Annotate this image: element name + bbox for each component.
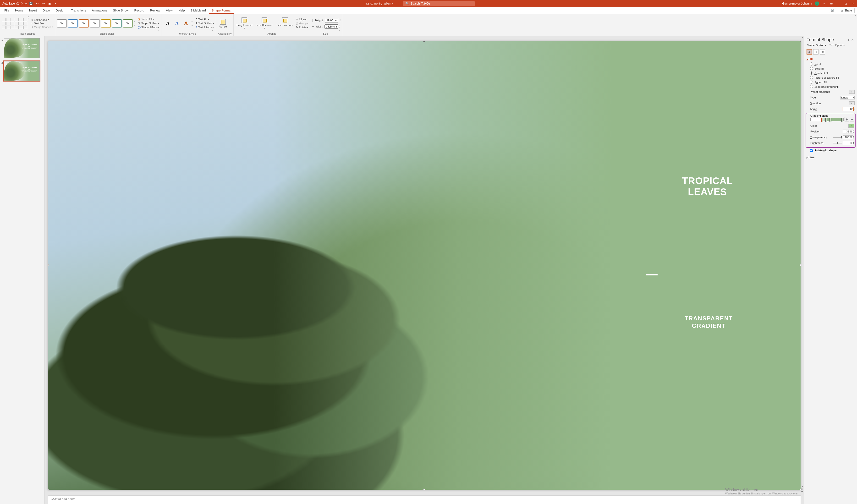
- text-effects-button[interactable]: 𝔸 Text Effects ▾: [196, 26, 214, 29]
- style-thumb[interactable]: Abc: [112, 19, 122, 28]
- tab-help[interactable]: Help: [175, 7, 188, 14]
- avatar[interactable]: GJ: [815, 1, 819, 6]
- bring-forward-button[interactable]: Bring Forward▾: [236, 17, 253, 30]
- tab-view[interactable]: View: [163, 7, 175, 14]
- send-backward-button[interactable]: Send Backward▾: [255, 17, 274, 30]
- style-thumb[interactable]: Abc: [57, 19, 67, 28]
- comments-button[interactable]: 💬: [829, 8, 836, 13]
- tab-text-options[interactable]: Text Options: [829, 44, 844, 47]
- redo-icon[interactable]: ↷: [41, 2, 46, 5]
- qat-more-icon[interactable]: ▾: [54, 2, 58, 5]
- thumbnail-pane[interactable]: 1 TROPICAL LEAVES—TRANSPARENT GRADIENT 2…: [0, 36, 45, 504]
- dialog-launcher-icon[interactable]: ↘: [212, 29, 214, 35]
- ribbon-mode-icon[interactable]: ▭: [829, 2, 834, 5]
- autosave-toggle[interactable]: AutoSave Off: [2, 2, 27, 5]
- rotate-button[interactable]: ↻ Rotate ▾: [296, 26, 308, 29]
- remove-gradient-stop-button[interactable]: ➖: [850, 117, 854, 121]
- brightness-slider[interactable]: [833, 143, 842, 144]
- position-input[interactable]: 35 %: [843, 130, 853, 133]
- scroll-up-icon[interactable]: ▴: [802, 36, 803, 38]
- brightness-input[interactable]: 0 %: [843, 141, 853, 145]
- gradient-stop[interactable]: [829, 118, 831, 122]
- document-filename[interactable]: transparent-gradient ▾: [365, 2, 393, 5]
- style-thumb[interactable]: Abc: [90, 19, 100, 28]
- shape-fill-button[interactable]: ◪ Shape Fill ▾: [138, 18, 159, 21]
- tab-slidelizard[interactable]: SlideLizard: [188, 7, 209, 14]
- close-icon[interactable]: ✕: [851, 2, 855, 5]
- radio-pattern-fill[interactable]: Pattern fill: [807, 80, 855, 84]
- style-thumb[interactable]: Abc: [101, 19, 111, 28]
- tab-animations[interactable]: Animations: [89, 7, 110, 14]
- tab-design[interactable]: Design: [53, 7, 68, 14]
- prev-slide-icon[interactable]: ⏮: [801, 488, 803, 490]
- angle-input[interactable]: 0°: [842, 107, 854, 111]
- tab-home[interactable]: Home: [12, 7, 26, 14]
- tab-review[interactable]: Review: [147, 7, 163, 14]
- present-icon[interactable]: ▣: [48, 2, 52, 5]
- wordart-gallery[interactable]: A A A: [163, 19, 190, 28]
- wordart-thumb[interactable]: A: [172, 19, 182, 28]
- notes-pane[interactable]: Click to add notes: [48, 495, 801, 504]
- slide-thumbnail[interactable]: 1 TROPICAL LEAVES—TRANSPARENT GRADIENT: [1, 38, 43, 58]
- wordart-thumb[interactable]: A: [182, 19, 190, 28]
- width-input[interactable]: [324, 24, 338, 29]
- dialog-launcher-icon[interactable]: ↘: [157, 29, 159, 35]
- vertical-scrollbar[interactable]: ▴▾⏮⏭: [801, 36, 804, 492]
- save-icon[interactable]: 💾: [29, 2, 33, 5]
- minimize-icon[interactable]: —: [837, 2, 841, 5]
- tab-slideshow[interactable]: Slide Show: [110, 7, 131, 14]
- text-fill-button[interactable]: A Text Fill ▾: [196, 18, 214, 21]
- edit-shape-button[interactable]: ◷Edit Shape ▾: [31, 18, 53, 21]
- maximize-icon[interactable]: ☐: [844, 2, 848, 5]
- resize-handle[interactable]: [423, 489, 425, 490]
- spinner-icon[interactable]: ▴▾: [339, 25, 340, 28]
- gradient-stop[interactable]: [821, 118, 823, 122]
- tab-transitions[interactable]: Transitions: [68, 7, 89, 14]
- pane-close-icon[interactable]: ✕: [850, 38, 855, 42]
- shape-effects-button[interactable]: ◯ Shape Effects ▾: [138, 26, 159, 29]
- effects-tab-icon[interactable]: ⬠: [813, 49, 819, 54]
- spinner-icon[interactable]: ▴▾: [853, 130, 854, 133]
- group-button[interactable]: ⿻ Group ▾: [296, 22, 308, 25]
- tab-file[interactable]: File: [1, 7, 12, 14]
- tab-shape-format[interactable]: Shape Format: [209, 7, 234, 14]
- slide-thumbnail[interactable]: 2 TROPICAL LEAVES—TRANSPARENT GRADIENT: [1, 61, 43, 81]
- text-outline-button[interactable]: A̲ Text Outline ▾: [196, 22, 214, 25]
- next-slide-icon[interactable]: ⏭: [801, 490, 803, 492]
- spinner-icon[interactable]: ▴▾: [854, 107, 855, 111]
- shapes-gallery[interactable]: [2, 18, 27, 29]
- slide-canvas[interactable]: TROPICALLEAVES TRANSPARENTGRADIENT ▴▾⏮⏭ …: [45, 36, 804, 504]
- tab-draw[interactable]: Draw: [40, 7, 53, 14]
- color-dropdown[interactable]: ▾: [848, 124, 854, 128]
- radio-picture-fill[interactable]: Picture or texture fill: [807, 75, 855, 80]
- share-button[interactable]: ☁Share: [838, 8, 855, 13]
- pane-options-icon[interactable]: ▾: [847, 38, 850, 42]
- collapse-ribbon-icon[interactable]: ⌃: [854, 14, 857, 36]
- transparency-slider[interactable]: [833, 137, 842, 138]
- resize-handle[interactable]: [48, 264, 49, 266]
- tab-shape-options[interactable]: Shape Options: [807, 44, 826, 47]
- rotate-with-shape-checkbox[interactable]: Rotate with shape: [807, 148, 855, 153]
- gradient-stop[interactable]: [841, 118, 843, 122]
- line-section-header[interactable]: Line: [807, 155, 855, 160]
- resize-handle[interactable]: [48, 41, 49, 41]
- add-gradient-stop-button[interactable]: ➕: [844, 117, 849, 121]
- shape-outline-button[interactable]: ◻ Shape Outline ▾: [138, 22, 159, 25]
- alt-text-button[interactable]: Alt Text: [218, 18, 228, 29]
- direction-dropdown[interactable]: ▾: [849, 101, 855, 105]
- style-thumb[interactable]: Abc: [79, 19, 89, 28]
- wordart-thumb[interactable]: A: [163, 19, 172, 28]
- spinner-icon[interactable]: ▴▾: [853, 136, 854, 139]
- type-dropdown[interactable]: Linear▾: [840, 96, 855, 99]
- spinner-icon[interactable]: ▴▾: [853, 141, 854, 145]
- fill-section-header[interactable]: Fill: [807, 56, 855, 62]
- radio-solid-fill[interactable]: Solid fill: [807, 66, 855, 71]
- gradient-stops-bar[interactable]: [810, 118, 844, 121]
- radio-slide-bg-fill[interactable]: Slide background fill: [807, 84, 855, 89]
- scroll-down-icon[interactable]: ▾: [802, 485, 803, 488]
- pen-icon[interactable]: ✎: [822, 2, 826, 5]
- height-input[interactable]: [325, 18, 338, 22]
- align-button[interactable]: ⊨ Align ▾: [296, 18, 308, 21]
- undo-icon[interactable]: ↶: [35, 2, 39, 5]
- style-thumb[interactable]: Abc: [123, 19, 133, 28]
